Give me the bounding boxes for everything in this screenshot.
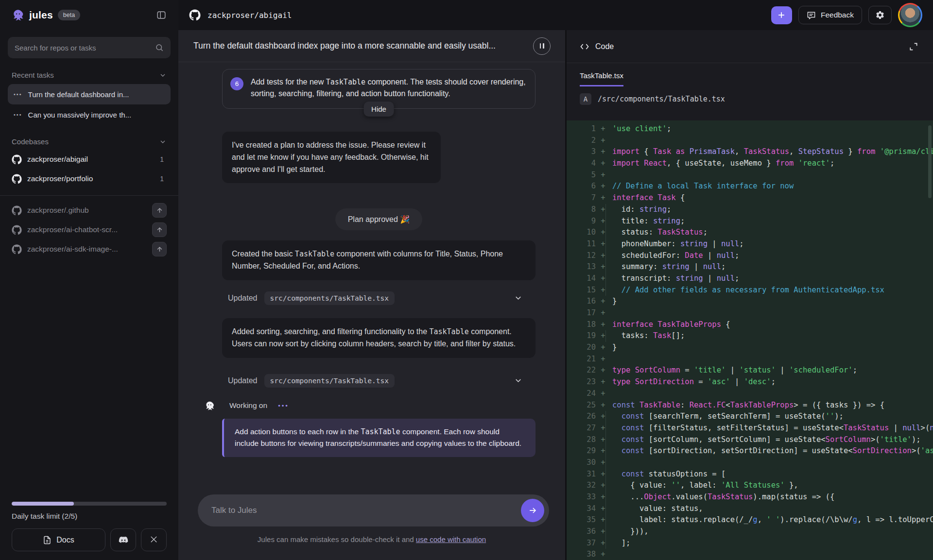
code-line: 30+ — [572, 457, 933, 469]
scrollbar-thumb[interactable] — [928, 125, 932, 198]
promote-repo-button[interactable] — [152, 242, 167, 256]
code-brackets-icon — [580, 42, 589, 51]
x-twitter-button[interactable] — [141, 528, 167, 551]
user-avatar[interactable] — [898, 3, 922, 27]
codebases-header[interactable]: Codebases — [8, 137, 171, 146]
agent-message-plan: I've created a plan to address the issue… — [222, 132, 441, 183]
code-tab-row: TaskTable.tsx — [567, 63, 933, 86]
docs-button[interactable]: Docs — [12, 528, 105, 551]
top-bar: zackproser/abigail Feedback — [178, 0, 933, 30]
code-line: 35+ label: status.replace(/_/g, ' ').rep… — [572, 514, 933, 526]
recent-tasks-label: Recent tasks — [12, 71, 54, 79]
more-icon: ••• — [14, 112, 22, 118]
code-line: 28+ const [sortColumn, setSortColumn] = … — [572, 434, 933, 446]
code-text: import React, { useState, useMemo } from… — [612, 158, 834, 170]
codebases-label: Codebases — [12, 137, 49, 146]
chevron-down-icon[interactable] — [514, 293, 523, 303]
code-text: { value: '', label: 'All Statuses' }, — [612, 480, 798, 492]
updated-file-chip[interactable]: src/components/TaskTable.tsx — [264, 291, 395, 305]
tab-tasktable[interactable]: TaskTable.tsx — [580, 71, 623, 86]
send-button[interactable] — [521, 499, 544, 522]
line-number: 29 — [572, 445, 596, 457]
code-line: 26+ const [searchTerm, setSearchTerm] = … — [572, 411, 933, 423]
chevron-down-icon[interactable] — [159, 138, 167, 146]
expand-icon[interactable] — [909, 42, 918, 51]
step-number-badge: 6 — [230, 77, 243, 90]
github-icon — [12, 174, 22, 184]
promote-repo-button[interactable] — [152, 203, 167, 218]
github-icon — [12, 205, 22, 216]
code-line: 31+ const statusOptions = [ — [572, 469, 933, 480]
working-on-label: Working on — [229, 401, 267, 410]
use-code-with-caution-link[interactable]: use code with caution — [416, 535, 486, 543]
code-text: } — [612, 342, 617, 354]
diff-added-marker: + — [600, 146, 606, 158]
code-text: id: string; — [612, 204, 671, 216]
line-number: 1 — [572, 123, 596, 135]
current-repo-breadcrumb[interactable]: zackproser/abigail — [207, 11, 292, 20]
x-icon — [149, 535, 158, 544]
code-line: 3+import { Task as PrismaTask, TaskStatu… — [572, 146, 933, 158]
message-input-bar[interactable] — [198, 494, 549, 526]
code-text: })), — [612, 526, 649, 538]
recent-tasks-header[interactable]: Recent tasks — [8, 71, 171, 79]
chevron-down-icon[interactable] — [159, 71, 167, 79]
code-text: interface TaskTableProps { — [612, 319, 730, 331]
line-number: 15 — [572, 285, 596, 296]
code-line: 11+ phoneNumber: string | null; — [572, 238, 933, 250]
diff-added-marker: + — [600, 365, 606, 376]
line-number: 7 — [572, 192, 596, 204]
agent-message-sorting: Added sorting, searching, and filtering … — [222, 318, 536, 358]
search-box[interactable] — [8, 37, 171, 58]
search-input[interactable] — [15, 44, 150, 52]
line-number: 23 — [572, 376, 596, 388]
updated-file-row[interactable]: Updated src/components/TaskTable.tsx — [222, 291, 536, 305]
line-number: 2 — [572, 135, 596, 147]
code-text: scheduledFor: Date | null; — [612, 250, 739, 262]
new-task-button[interactable] — [771, 6, 792, 24]
sidebar-item-task-dashboard[interactable]: ••• Turn the default dashboard in... — [8, 84, 171, 104]
code-line: 25+const TaskTable: React.FC<TaskTablePr… — [572, 400, 933, 411]
diff-added-marker: + — [600, 342, 606, 354]
line-number: 24 — [572, 388, 596, 400]
line-number: 13 — [572, 261, 596, 273]
settings-button[interactable] — [868, 6, 892, 24]
chevron-down-icon[interactable] — [514, 376, 523, 385]
sidebar-repo-ai-chatbot[interactable]: zackproser/ai-chatbot-scr... — [8, 220, 171, 239]
line-number: 18 — [572, 319, 596, 331]
task-limit-progressbar — [12, 502, 167, 506]
hide-button[interactable]: Hide — [363, 102, 394, 117]
sidebar-repo-ai-sdk-image[interactable]: zackproser/ai-sdk-image-... — [8, 239, 171, 259]
code-text: } — [612, 296, 617, 307]
discord-button[interactable] — [110, 528, 136, 551]
sidebar-collapse-icon[interactable] — [156, 10, 167, 20]
code-line: 29+ const [sortDirection, setSortDirecti… — [572, 445, 933, 457]
code-editor[interactable]: 1+'use client';2+3+import { Task as Pris… — [567, 120, 933, 560]
sidebar-repo-github-archived[interactable]: zackproser/.github — [8, 201, 171, 220]
diff-added-marker: + — [600, 354, 606, 365]
code-text: type SortColumn = 'title' | 'status' | '… — [612, 365, 857, 376]
sidebar-repo-portfolio[interactable]: zackproser/portfolio 1 — [8, 169, 171, 188]
pause-button[interactable] — [533, 37, 551, 55]
code-line: 1+'use client'; — [572, 123, 933, 135]
updated-file-chip[interactable]: src/components/TaskTable.tsx — [264, 374, 395, 388]
task-label: Can you massively improve th... — [28, 111, 132, 119]
feedback-button[interactable]: Feedback — [798, 6, 862, 24]
talk-to-jules-input[interactable] — [211, 506, 521, 515]
code-line: 17+ — [572, 307, 933, 319]
updated-label: Updated — [228, 294, 258, 303]
task-limit-label: Daily task limit (2/5) — [12, 512, 167, 521]
promote-repo-button[interactable] — [152, 222, 167, 237]
beta-badge: beta — [58, 10, 80, 20]
sidebar-repo-abigail[interactable]: zackproser/abigail 1 — [8, 150, 171, 169]
code-line: 5+ — [572, 170, 933, 181]
line-number: 5 — [572, 170, 596, 181]
updated-file-row[interactable]: Updated src/components/TaskTable.tsx — [222, 374, 536, 388]
sidebar-item-task-improve[interactable]: ••• Can you massively improve th... — [8, 104, 171, 125]
line-number: 11 — [572, 238, 596, 250]
code-text: tasks: Task[]; — [612, 330, 685, 342]
docs-label: Docs — [56, 536, 74, 544]
feedback-bubble-icon — [807, 11, 816, 20]
diff-added-marker: + — [600, 123, 606, 135]
divider — [0, 195, 178, 196]
